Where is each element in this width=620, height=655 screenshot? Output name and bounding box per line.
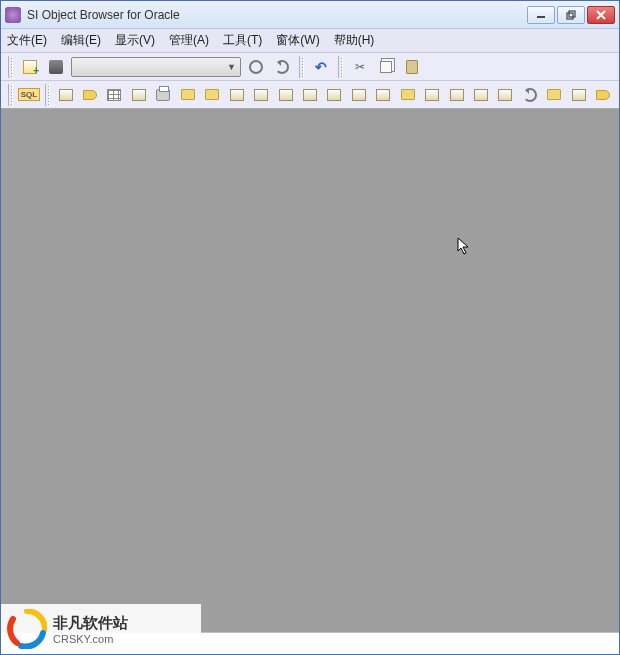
close-icon (596, 10, 606, 20)
workspace (1, 109, 619, 632)
menu-help[interactable]: 帮助(H) (334, 32, 375, 49)
window-title: SI Object Browser for Oracle (27, 8, 527, 22)
menu-edit[interactable]: 编辑(E) (61, 32, 101, 49)
object-button-6[interactable] (324, 84, 345, 106)
undo-button[interactable]: ↶ (310, 56, 332, 78)
object-button-2[interactable] (226, 84, 247, 106)
object-icon (279, 89, 293, 101)
refresh-icon (275, 60, 289, 74)
menu-tools[interactable]: 工具(T) (223, 32, 262, 49)
object-button-1[interactable] (128, 84, 149, 106)
object-button-16[interactable] (592, 84, 613, 106)
toolbar-separator (338, 56, 343, 78)
svg-rect-2 (569, 11, 575, 17)
new-connection-icon (23, 60, 37, 74)
menu-window[interactable]: 窗体(W) (276, 32, 319, 49)
object-icon (425, 89, 439, 101)
database-button[interactable] (45, 56, 67, 78)
sql-icon: SQL (18, 88, 40, 101)
object-button-10[interactable] (421, 84, 442, 106)
folder-icon (401, 89, 415, 100)
execute-button[interactable] (245, 56, 267, 78)
object-icon (474, 89, 488, 101)
sql-button[interactable]: SQL (18, 84, 40, 106)
object-button-4[interactable] (275, 84, 296, 106)
copy-icon (380, 61, 392, 73)
object-button-9[interactable] (397, 84, 418, 106)
maximize-button[interactable] (557, 6, 585, 24)
refresh-objects-button[interactable] (519, 84, 540, 106)
minimize-button[interactable] (527, 6, 555, 24)
titlebar: SI Object Browser for Oracle (1, 1, 619, 29)
toolbar-main: ▼ ↶ ✂ (1, 53, 619, 81)
object-button-15[interactable] (568, 84, 589, 106)
watermark-text-2: CRSKY.com (53, 633, 128, 645)
new-connection-button[interactable] (19, 56, 41, 78)
object-icon (303, 89, 317, 101)
print-icon (156, 89, 170, 101)
connection-dropdown[interactable]: ▼ (71, 57, 241, 77)
object-button-3[interactable] (250, 84, 271, 106)
minimize-icon (536, 11, 546, 19)
key-icon (596, 90, 610, 100)
svg-rect-1 (567, 13, 573, 19)
watermark-logo (7, 609, 47, 649)
watermark-text-1: 非凡软件站 (53, 614, 128, 633)
object-button-13[interactable] (495, 84, 516, 106)
menubar: 文件(E) 编辑(E) 显示(V) 管理(A) 工具(T) 窗体(W) 帮助(H… (1, 29, 619, 53)
object-button-8[interactable] (373, 84, 394, 106)
cut-button[interactable]: ✂ (349, 56, 371, 78)
chevron-down-icon: ▼ (227, 62, 236, 72)
object-icon (498, 89, 512, 101)
folder-button-2[interactable] (201, 84, 222, 106)
toolbar-grip (8, 84, 13, 106)
mouse-cursor (457, 237, 473, 257)
menu-file[interactable]: 文件(E) (7, 32, 47, 49)
object-icon (352, 89, 366, 101)
object-icon (132, 89, 146, 101)
menu-manage[interactable]: 管理(A) (169, 32, 209, 49)
folder-button-1[interactable] (177, 84, 198, 106)
toolbar-objects: SQL (1, 81, 619, 109)
object-icon (254, 89, 268, 101)
grid-button[interactable] (104, 84, 125, 106)
database-icon (49, 60, 63, 74)
close-button[interactable] (587, 6, 615, 24)
print-button[interactable] (153, 84, 174, 106)
refresh-button[interactable] (271, 56, 293, 78)
object-icon (572, 89, 586, 101)
toolbar-separator (45, 84, 50, 106)
grid-icon (107, 89, 121, 101)
object-icon (327, 89, 341, 101)
menu-show[interactable]: 显示(V) (115, 32, 155, 49)
object-icon (376, 89, 390, 101)
object-button-14[interactable] (544, 84, 565, 106)
folder-icon (181, 89, 195, 100)
object-button-12[interactable] (470, 84, 491, 106)
object-button-5[interactable] (299, 84, 320, 106)
object-icon (450, 89, 464, 101)
key-icon (83, 90, 97, 100)
toolbar-grip (8, 56, 13, 78)
table-button[interactable] (55, 84, 76, 106)
watermark: 非凡软件站 CRSKY.com (1, 604, 201, 654)
execute-icon (249, 60, 263, 74)
object-button-11[interactable] (446, 84, 467, 106)
paste-icon (406, 60, 418, 74)
app-icon (5, 7, 21, 23)
object-button-7[interactable] (348, 84, 369, 106)
folder-icon (205, 89, 219, 100)
window-controls (527, 6, 615, 24)
maximize-icon (566, 10, 576, 20)
refresh-icon (523, 88, 537, 102)
key-button[interactable] (79, 84, 100, 106)
toolbar-separator (299, 56, 304, 78)
folder-icon (547, 89, 561, 100)
object-icon (230, 89, 244, 101)
app-window: SI Object Browser for Oracle 文件(E) 编辑(E)… (0, 0, 620, 655)
table-icon (59, 89, 73, 101)
paste-button[interactable] (401, 56, 423, 78)
cut-icon: ✂ (355, 60, 365, 74)
copy-button[interactable] (375, 56, 397, 78)
undo-icon: ↶ (315, 59, 327, 75)
